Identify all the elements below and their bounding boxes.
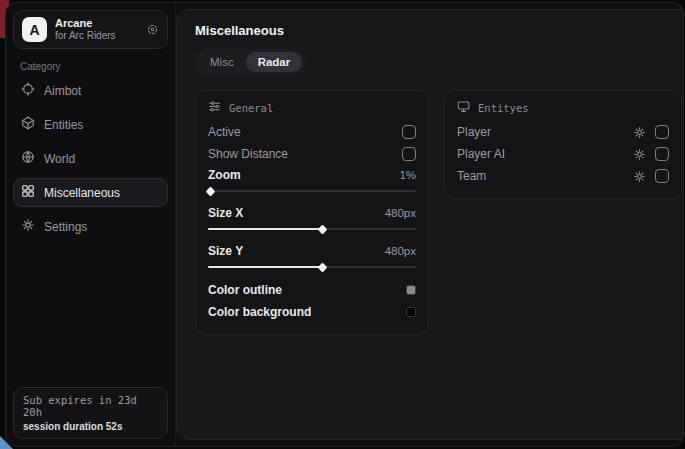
general-card-title: General [229, 102, 273, 114]
entity-row-team: Team [457, 165, 669, 187]
toggle-label: Show Distance [208, 147, 288, 161]
slider-label: Size X [208, 206, 243, 220]
slider-thumb[interactable] [318, 262, 328, 272]
gear-icon[interactable] [633, 148, 646, 161]
sidebar: A Arcane for Arc Riders Category Aimbot [6, 3, 176, 446]
sync-icon[interactable] [146, 23, 159, 36]
slider-thumb[interactable] [318, 224, 328, 234]
main-panel: Miscellaneous Misc Radar General Active [176, 9, 684, 440]
show-distance-checkbox[interactable] [402, 147, 416, 161]
sidebar-item-label: Settings [44, 220, 87, 234]
app-subtitle: for Arc Riders [55, 30, 138, 42]
grid-icon [21, 184, 35, 201]
slider-group-size-x: Size X 480px [208, 203, 416, 234]
logo-card: A Arcane for Arc Riders [13, 10, 168, 49]
app-logo: A [22, 17, 47, 42]
slider-thumb[interactable] [206, 186, 216, 196]
cube-icon [21, 116, 35, 133]
app-window: A Arcane for Arc Riders Category Aimbot [5, 2, 684, 447]
gear-icon[interactable] [633, 126, 646, 139]
player-ai-checkbox[interactable] [655, 147, 669, 161]
entity-label: Player [457, 125, 624, 139]
gear-icon [21, 218, 35, 235]
size-x-slider[interactable] [208, 224, 416, 234]
color-row-outline: Color outline [208, 279, 416, 301]
sliders-icon [208, 100, 221, 115]
sidebar-item-label: Miscellaneous [44, 186, 120, 200]
entity-row-player-ai: Player AI [457, 143, 669, 165]
sidebar-item-world[interactable]: World [13, 144, 168, 173]
slider-group-size-y: Size Y 480px [208, 241, 416, 272]
color-label: Color background [208, 305, 311, 319]
sidebar-item-label: Aimbot [44, 84, 81, 98]
color-outline-swatch[interactable] [406, 285, 416, 295]
entity-row-player: Player [457, 121, 669, 143]
toggle-label: Active [208, 125, 241, 139]
size-y-slider[interactable] [208, 262, 416, 272]
sidebar-item-settings[interactable]: Settings [13, 212, 168, 241]
color-label: Color outline [208, 283, 282, 297]
color-background-swatch[interactable] [406, 307, 416, 317]
toggle-row-show-distance: Show Distance [208, 143, 416, 165]
page-title: Miscellaneous [195, 23, 682, 38]
general-card: General Active Show Distance Zoom 1% [195, 90, 429, 335]
tab-radar[interactable]: Radar [246, 52, 303, 72]
entities-card-title: Entityes [478, 102, 529, 114]
session-duration: session duration 52s [23, 421, 158, 432]
gear-icon[interactable] [633, 170, 646, 183]
color-row-background: Color background [208, 301, 416, 323]
slider-label: Size Y [208, 244, 243, 258]
toggle-row-active: Active [208, 121, 416, 143]
sidebar-item-label: Entities [44, 118, 83, 132]
slider-label: Zoom [208, 168, 241, 182]
player-checkbox[interactable] [655, 125, 669, 139]
category-label: Category [20, 61, 168, 72]
entity-label: Player AI [457, 147, 624, 161]
entity-label: Team [457, 169, 624, 183]
sidebar-item-aimbot[interactable]: Aimbot [13, 76, 168, 105]
app-title: Arcane [55, 17, 138, 30]
crosshair-icon [21, 82, 35, 99]
subscription-expiry: Sub expires in 23d 20h [23, 394, 158, 418]
slider-group-zoom: Zoom 1% [208, 165, 416, 196]
sidebar-item-entities[interactable]: Entities [13, 110, 168, 139]
team-checkbox[interactable] [655, 169, 669, 183]
monitor-icon [457, 100, 470, 115]
slider-value: 480px [385, 245, 416, 257]
globe-icon [21, 150, 35, 167]
sidebar-item-miscellaneous[interactable]: Miscellaneous [13, 178, 168, 207]
active-checkbox[interactable] [402, 125, 416, 139]
slider-value: 480px [385, 207, 416, 219]
tab-bar: Misc Radar [195, 49, 305, 75]
sidebar-nav: Aimbot Entities World Miscellaneous [13, 76, 168, 241]
entities-card: Entityes Player Player AI [444, 90, 682, 199]
sidebar-item-label: World [44, 152, 75, 166]
subscription-card: Sub expires in 23d 20h session duration … [13, 387, 168, 439]
tab-misc[interactable]: Misc [198, 52, 246, 72]
slider-value: 1% [399, 169, 416, 181]
zoom-slider[interactable] [208, 186, 416, 196]
